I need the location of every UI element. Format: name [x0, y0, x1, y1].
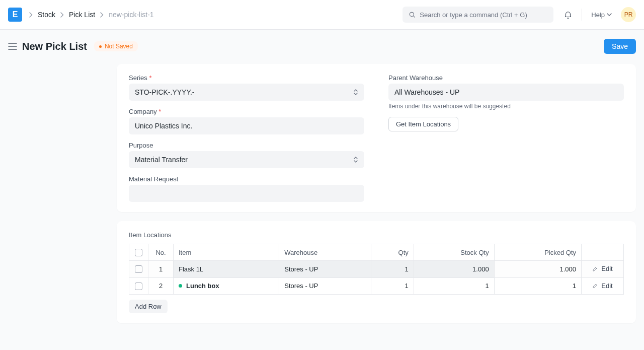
- breadcrumb-pick-list[interactable]: Pick List: [69, 11, 95, 19]
- select-arrows-icon: [353, 89, 358, 96]
- row-stock-qty: 1: [414, 277, 494, 295]
- avatar[interactable]: PR: [621, 7, 636, 22]
- help-menu[interactable]: Help: [591, 11, 612, 19]
- col-stock-qty: Stock Qty: [414, 244, 494, 261]
- company-value: Unico Plastics Inc.: [135, 122, 192, 130]
- series-select[interactable]: STO-PICK-.YYYY.-: [129, 84, 364, 101]
- item-locations-card: Item Locations No. Item Warehouse Qty St…: [117, 221, 636, 323]
- svg-point-0: [410, 12, 414, 16]
- company-field: Company * Unico Plastics Inc.: [129, 108, 364, 134]
- row-no: 1: [148, 261, 174, 278]
- material-request-input[interactable]: [129, 185, 364, 202]
- purpose-label: Purpose: [129, 142, 364, 149]
- item-locations-title: Item Locations: [129, 231, 624, 239]
- breadcrumb-stock[interactable]: Stock: [38, 11, 55, 19]
- row-checkbox[interactable]: [135, 265, 142, 273]
- row-edit: Edit: [582, 261, 624, 278]
- col-item: Item: [174, 244, 279, 261]
- edit-button[interactable]: Edit: [592, 282, 612, 290]
- search-placeholder: Search or type a command (Ctrl + G): [420, 11, 527, 19]
- row-check: [129, 261, 148, 278]
- row-item[interactable]: Flask 1L: [174, 261, 279, 278]
- parent-warehouse-input[interactable]: All Warehouses - UP: [388, 84, 624, 101]
- get-item-locations-button[interactable]: Get Item Locations: [388, 117, 458, 131]
- col-no: No.: [148, 244, 174, 261]
- row-stock-qty: 1.000: [414, 261, 494, 278]
- company-label: Company: [129, 108, 157, 115]
- navbar: E Stock Pick List new-pick-list-1 Search…: [0, 0, 644, 30]
- required-indicator: *: [158, 108, 161, 115]
- parent-warehouse-help: Items under this warehouse will be sugge…: [388, 103, 624, 110]
- row-picked-qty[interactable]: 1.000: [494, 261, 581, 278]
- search-icon: [409, 11, 416, 18]
- row-qty[interactable]: 1: [371, 277, 414, 295]
- page-area: New Pick List Not Saved Save Series * ST…: [0, 30, 644, 350]
- required-indicator: *: [149, 74, 151, 82]
- row-picked-qty[interactable]: 1: [494, 277, 581, 295]
- table-row[interactable]: 1Flask 1LStores - UP11.0001.000Edit: [129, 261, 624, 278]
- parent-warehouse-label: Parent Warehouse: [388, 74, 624, 82]
- breadcrumb-current: new-pick-list-1: [109, 11, 153, 19]
- chevron-right-icon: [100, 12, 104, 18]
- row-edit: Edit: [582, 277, 624, 295]
- purpose-value: Material Transfer: [135, 156, 188, 164]
- nav-divider: [582, 9, 582, 21]
- nav-right: Help PR: [564, 7, 636, 22]
- chevron-down-icon: [607, 13, 612, 16]
- hamburger-icon[interactable]: [8, 43, 17, 50]
- row-check: [129, 277, 148, 295]
- item-name: Lunch box: [186, 282, 219, 290]
- series-value: STO-PICK-.YYYY.-: [135, 88, 195, 96]
- item-name: Flask 1L: [179, 265, 203, 273]
- row-item[interactable]: Lunch box: [174, 277, 279, 295]
- col-check: [129, 244, 148, 261]
- company-input[interactable]: Unico Plastics Inc.: [129, 117, 364, 134]
- table-row[interactable]: 2Lunch boxStores - UP111Edit: [129, 277, 624, 295]
- series-label: Series: [129, 74, 147, 82]
- save-button[interactable]: Save: [604, 39, 636, 54]
- series-field: Series * STO-PICK-.YYYY.-: [129, 74, 364, 101]
- purpose-field: Purpose Material Transfer: [129, 142, 364, 168]
- global-search[interactable]: Search or type a command (Ctrl + G): [403, 7, 553, 23]
- col-picked-qty: Picked Qty: [494, 244, 581, 261]
- row-warehouse[interactable]: Stores - UP: [279, 261, 371, 278]
- app-logo[interactable]: E: [8, 8, 22, 22]
- item-locations-table: No. Item Warehouse Qty Stock Qty Picked …: [129, 244, 624, 295]
- material-request-field: Material Request: [129, 175, 364, 202]
- page-header: New Pick List Not Saved Save: [0, 30, 644, 64]
- row-checkbox[interactable]: [135, 283, 142, 290]
- add-row-button[interactable]: Add Row: [129, 300, 168, 313]
- row-no: 2: [148, 277, 174, 295]
- select-all-checkbox[interactable]: [135, 249, 142, 256]
- chevron-right-icon: [29, 12, 33, 18]
- col-warehouse: Warehouse: [279, 244, 371, 261]
- page-title: New Pick List: [22, 41, 87, 52]
- row-warehouse[interactable]: Stores - UP: [279, 277, 371, 295]
- material-request-label: Material Request: [129, 175, 364, 183]
- chevron-right-icon: [60, 12, 64, 18]
- parent-warehouse-field: Parent Warehouse All Warehouses - UP Ite…: [388, 74, 624, 110]
- col-edit: [582, 244, 624, 261]
- row-qty[interactable]: 1: [371, 261, 414, 278]
- bell-icon[interactable]: [564, 10, 573, 19]
- breadcrumb: Stock Pick List new-pick-list-1: [29, 11, 154, 19]
- purpose-select[interactable]: Material Transfer: [129, 151, 364, 168]
- form-card: Series * STO-PICK-.YYYY.- Company * Unic…: [117, 64, 636, 212]
- parent-warehouse-value: All Warehouses - UP: [394, 88, 459, 96]
- select-arrows-icon: [353, 156, 358, 163]
- status-dot-icon: [179, 284, 182, 288]
- col-qty: Qty: [371, 244, 414, 261]
- edit-button[interactable]: Edit: [592, 265, 612, 272]
- status-badge: Not Saved: [94, 41, 138, 51]
- help-label: Help: [591, 11, 605, 19]
